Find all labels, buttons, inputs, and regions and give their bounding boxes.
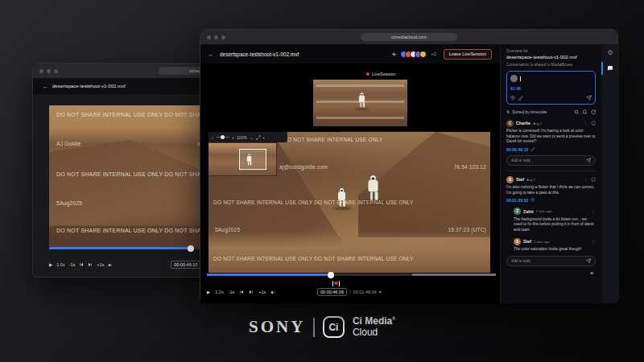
comment-timecode[interactable]: 00:00:49:10 [506, 147, 528, 152]
avatar[interactable] [419, 51, 427, 58]
zoom-out-button[interactable]: − [212, 135, 214, 140]
search-icon[interactable] [574, 109, 580, 115]
prev-frame-icon[interactable] [79, 262, 84, 267]
rail-comments[interactable] [601, 60, 619, 76]
player-stage: LiveSession Comment mode. HitEscto retur… [200, 64, 500, 303]
watermark-time: 15:37:23 (UTC) [448, 227, 486, 232]
compare-icon[interactable]: ◐ [263, 135, 266, 140]
next-frame-icon[interactable] [249, 290, 254, 294]
comment-card[interactable]: S Stef Aug 5 ⋮ I'm also noticing a flick… [506, 176, 596, 203]
livesession-pip-video[interactable] [313, 80, 407, 126]
zoom-level[interactable]: 100% [237, 135, 247, 140]
gear-icon[interactable]: ⚙ [607, 49, 613, 56]
volume-icon[interactable] [590, 270, 596, 276]
comment-reply[interactable]: S Stef 2 wks ago ⋮ The color saturation … [514, 238, 596, 253]
expand-icon[interactable] [256, 135, 261, 140]
chat-bubble-icon[interactable] [607, 65, 613, 72]
traffic-light-icon[interactable] [39, 69, 43, 73]
skip-forward-button[interactable]: +1s [97, 262, 104, 267]
timecode-separator: / [349, 290, 351, 294]
traffic-light-icon[interactable] [47, 69, 51, 73]
comment-author: Stef [516, 177, 524, 182]
overflow-menu-icon[interactable]: ⋮ [592, 209, 597, 214]
playhead[interactable] [328, 272, 334, 278]
traffic-light-icon[interactable] [207, 35, 211, 39]
zoom-slider[interactable] [217, 137, 229, 138]
avatar[interactable]: S [514, 238, 521, 245]
send-icon[interactable] [586, 158, 592, 163]
avatar[interactable]: C [506, 120, 514, 127]
timecode-current[interactable]: 00:00:46:06 [317, 288, 347, 296]
seek-bar[interactable] [207, 274, 496, 276]
address-bar[interactable]: cimediacloud.com [361, 33, 457, 41]
overview-label: Overview for [506, 49, 596, 53]
traffic-light-icon[interactable] [214, 35, 218, 39]
avatar[interactable]: S [506, 176, 514, 183]
sort-label[interactable]: Sorted by timecode [512, 109, 547, 114]
zoom-slider-knob[interactable] [221, 135, 225, 139]
avatar[interactable]: Z [514, 208, 521, 215]
product-name: Ci Media® Cloud [353, 316, 395, 337]
overflow-menu-icon[interactable]: ⋮ [584, 121, 588, 126]
sort-icon[interactable]: ⇅ [506, 109, 510, 114]
watermark-text: DO NOT SHARE INTERNAL USE ONLY DO NOT SH… [56, 228, 209, 233]
seek-fill [207, 274, 331, 276]
comment-body: Flicker is corrected! I'm having a look … [506, 129, 596, 145]
registered-mark: ® [392, 316, 395, 321]
pencil-icon[interactable] [518, 96, 523, 101]
composer-timecode[interactable]: 01:46 [510, 86, 592, 91]
fit-width-icon[interactable]: ↔ [250, 135, 254, 140]
play-icon[interactable]: ▶ [49, 262, 52, 267]
overflow-menu-icon[interactable]: ⋮ [584, 177, 588, 183]
playhead[interactable] [188, 245, 194, 252]
next-frame-icon[interactable] [88, 262, 93, 267]
zoom-navigator-thumbnail[interactable] [208, 143, 276, 175]
desktop-background: cimediacloud.com ← desertspace-testshoot… [0, 0, 644, 362]
back-arrow-icon[interactable]: ← [43, 84, 48, 89]
navigator-crop-rect[interactable] [239, 149, 266, 170]
send-icon[interactable] [586, 95, 592, 101]
overview-filename: desertspace-testshoot-v1-002.mxf [506, 55, 596, 60]
astronaut-figure [359, 93, 365, 107]
smiley-reaction-icon[interactable] [591, 177, 597, 183]
prev-frame-icon[interactable] [239, 290, 244, 294]
comment-time: 2 wks ago [534, 240, 549, 244]
comment-reply[interactable]: Z Zahir 2 wks ago ⋮ The background looks… [514, 208, 596, 233]
comment-marker[interactable] [332, 280, 341, 286]
play-icon[interactable]: ▶ [207, 290, 210, 294]
traffic-light-icon[interactable] [221, 35, 225, 39]
send-icon[interactable] [586, 258, 592, 264]
sony-wordmark: SONY [249, 317, 305, 337]
reply-input[interactable] [511, 259, 584, 263]
location-pin-icon[interactable] [530, 198, 535, 203]
volume-icon[interactable] [270, 290, 276, 295]
bell-icon[interactable] [582, 109, 588, 115]
speed-button[interactable]: 1.0x [56, 262, 64, 267]
pencil-icon[interactable] [530, 147, 535, 152]
smiley-reaction-icon[interactable] [591, 121, 597, 126]
timecode-total: 00:01:46:04 [353, 290, 377, 294]
timecode-current[interactable]: 00:00:49:10 [171, 261, 200, 269]
rail-settings[interactable]: ⚙ [601, 44, 619, 60]
overflow-menu-icon[interactable]: ⋮ [592, 239, 597, 244]
speed-button[interactable]: 1.2x [215, 290, 223, 294]
back-arrow-icon[interactable]: ← [208, 51, 214, 57]
skip-back-button[interactable]: -1s [69, 262, 76, 267]
leave-livesession-button[interactable]: Leave LiveSession [444, 49, 492, 60]
comment-timecode[interactable]: 00:01:29:02 [506, 198, 528, 203]
chevron-down-icon[interactable]: ▾ [379, 290, 382, 294]
volume-icon[interactable] [108, 262, 114, 268]
comment-composer[interactable]: 01:46 [506, 71, 596, 105]
extra-participants-count[interactable]: +2 [431, 51, 436, 56]
participant-avatars[interactable] [400, 51, 427, 58]
location-pin-icon[interactable] [510, 96, 515, 101]
skip-back-button[interactable]: -1s [229, 290, 235, 294]
traffic-light-icon[interactable] [54, 69, 58, 73]
refresh-icon[interactable] [591, 109, 597, 115]
reply-input[interactable] [511, 158, 584, 162]
comment-card[interactable]: C Charlie Aug 5 ⋮ Flicker is corrected! … [506, 120, 596, 166]
zoom-in-button[interactable]: + [232, 135, 234, 140]
main-video-frame[interactable]: DO NOT SHARE INTERNAL USE ONLY DO NOT SH… [208, 132, 490, 273]
skip-forward-button[interactable]: +1s [258, 290, 266, 294]
comments-sidebar: Overview for desertspace-testshoot-v1-00… [500, 44, 601, 303]
